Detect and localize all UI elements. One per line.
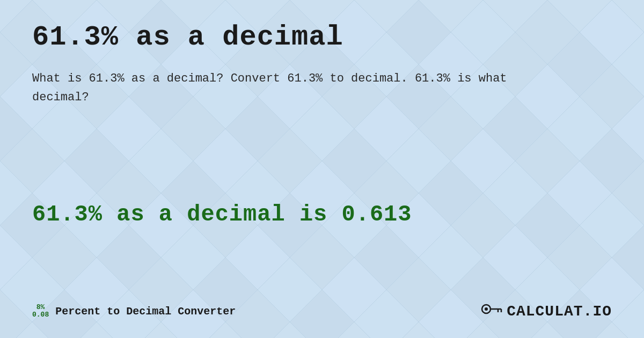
result-text: 61.3% as a decimal is 0.613 [32,202,412,227]
logo-icon [481,300,502,322]
result-section: 61.3% as a decimal is 0.613 [32,134,612,295]
page-title: 61.3% as a decimal [32,21,612,53]
logo-text: CALCULAT.IO [507,303,612,320]
footer-left: 8% 0.08 Percent to Decimal Converter [32,304,236,319]
footer: 8% 0.08 Percent to Decimal Converter CAL… [32,295,612,322]
description-section: What is 61.3% as a decimal? Convert 61.3… [32,69,612,134]
logo: CALCULAT.IO [481,300,612,322]
footer-label: Percent to Decimal Converter [55,305,236,318]
percent-bottom: 0.08 [32,311,49,319]
page-description: What is 61.3% as a decimal? Convert 61.3… [32,69,515,107]
page-content: 61.3% as a decimal What is 61.3% as a de… [0,0,644,338]
percent-badge: 8% 0.08 [32,304,49,319]
percent-top: 8% [36,304,45,311]
svg-point-107 [485,307,488,311]
main-title-section: 61.3% as a decimal [32,21,612,69]
